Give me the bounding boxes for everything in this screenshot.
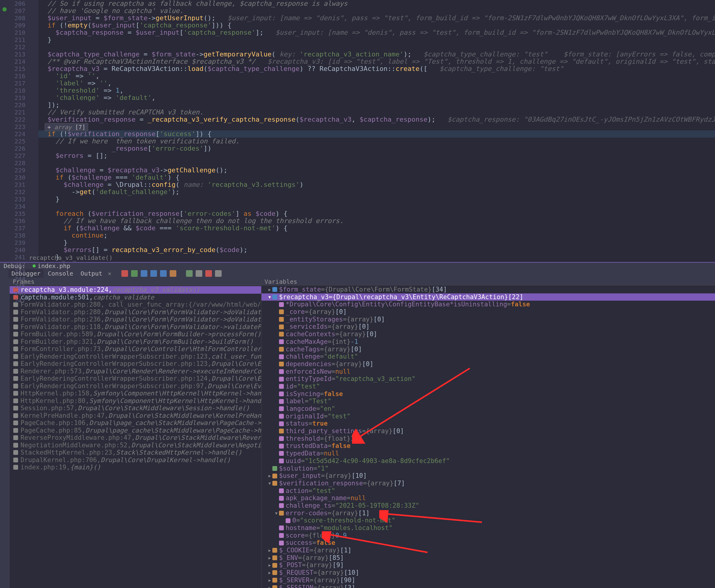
variable-row[interactable]: threshold = {float} 1.0 bbox=[262, 435, 715, 442]
stack-frame[interactable]: FormController.php:73, Drupal\Core\Contr… bbox=[10, 345, 261, 353]
variable-row[interactable]: third_party_settings = {array} [0] bbox=[262, 427, 715, 435]
stack-frame[interactable]: HttpKernel.php:158, Symfony\Component\Ht… bbox=[10, 390, 261, 397]
variable-row[interactable]: $solution = "1" bbox=[262, 465, 715, 472]
variable-row[interactable]: cacheContexts = {array} [0] bbox=[262, 331, 715, 338]
frames-list[interactable]: recaptcha_v3.module:224, recaptcha_v3_va… bbox=[10, 286, 261, 588]
stack-frame[interactable]: EarlyRenderingControllerWrapperSubscribe… bbox=[10, 382, 261, 390]
breakpoint-gutter[interactable] bbox=[0, 0, 10, 262]
code-body[interactable]: // So if using recaptcha as fallback cha… bbox=[38, 0, 715, 262]
stack-frame[interactable]: KernelPreHandle.php:47, Drupal\Core\Stac… bbox=[10, 412, 261, 420]
variable-row[interactable]: label = "Test" bbox=[262, 398, 715, 405]
tab-console[interactable]: Console bbox=[45, 269, 76, 278]
trace-icon[interactable] bbox=[205, 270, 212, 277]
show-execution-point-icon[interactable] bbox=[121, 270, 128, 277]
fold-gutter[interactable] bbox=[28, 0, 38, 262]
stack-frame[interactable]: index.php:19, {main}() bbox=[10, 464, 261, 471]
run-dot-icon bbox=[33, 265, 36, 268]
variable-row[interactable]: apk_package_name = null bbox=[262, 495, 715, 502]
variable-row[interactable]: challenge_ts = "2021-05-19T08:28:33Z" bbox=[262, 502, 715, 509]
variable-row[interactable]: entityTypeId = "recaptcha_v3_action" bbox=[262, 375, 715, 383]
value-popup[interactable]: + array [7] bbox=[45, 123, 88, 131]
stack-frame[interactable]: EarlyRenderingControllerWrapperSubscribe… bbox=[10, 360, 261, 368]
stack-frame[interactable]: HttpKernel.php:80, Symfony\Component\Htt… bbox=[10, 397, 261, 405]
variables-tree[interactable]: ▸$form_state = {Drupal\Core\Form\FormSta… bbox=[262, 286, 715, 588]
variable-row[interactable]: cacheMaxAge = {int} -1 bbox=[262, 338, 715, 345]
stack-frame[interactable]: FormValidator.php:280, Drupal\Core\Form\… bbox=[10, 309, 261, 316]
variable-row[interactable]: id = "test" bbox=[262, 383, 715, 390]
stack-frame[interactable]: FormValidator.php:236, Drupal\Core\Form\… bbox=[10, 316, 261, 323]
frames-pane: Frames recaptcha_v3.module:224, recaptch… bbox=[10, 278, 262, 588]
variable-row[interactable]: cacheTags = {array} [0] bbox=[262, 345, 715, 353]
step-into-my-icon[interactable] bbox=[150, 270, 157, 277]
debug-run-bar: Debug: index.php bbox=[0, 262, 715, 269]
variable-row[interactable]: dependencies = {array} [0] bbox=[262, 360, 715, 368]
variable-row[interactable]: trustedData = false bbox=[262, 442, 715, 450]
run-indicator bbox=[2, 7, 7, 12]
variable-row[interactable]: uuid = "1c5d5d42-4c90-4903-ae8a-8d9cfec2… bbox=[262, 457, 715, 465]
variable-row[interactable]: ▸$form_state = {Drupal\Core\Form\FormSta… bbox=[262, 286, 715, 293]
stack-frame[interactable]: PageCache.php:85, Drupal\page_cache\Stac… bbox=[10, 427, 261, 434]
variable-row[interactable]: hostname = "modules.localhost" bbox=[262, 524, 715, 532]
debug-side-toolbar[interactable] bbox=[0, 278, 10, 588]
variable-row[interactable]: action = "test" bbox=[262, 487, 715, 495]
variable-row[interactable]: ▾$verification_response = {array} [7] bbox=[262, 480, 715, 487]
debug-file[interactable]: index.php bbox=[37, 262, 70, 270]
variable-row[interactable]: ▸$user_input = {array} [10] bbox=[262, 472, 715, 480]
variable-row[interactable]: _serviceIds = {array} [0] bbox=[262, 323, 715, 331]
breadcrumb[interactable]: recaptcha_v3_validate() bbox=[29, 254, 113, 262]
variable-row[interactable]: _core = {array} [0] bbox=[262, 308, 715, 316]
debugger-toolbar: Debugger Console Output × bbox=[0, 269, 715, 278]
stack-frame[interactable]: DrupalKernel.php:706, Drupal\Core\Drupal… bbox=[10, 456, 261, 464]
variable-row[interactable]: ▾error-codes = {array} [1] bbox=[262, 509, 715, 517]
variables-pane: Variables ▸$form_state = {Drupal\Core\Fo… bbox=[262, 278, 715, 588]
tab-output[interactable]: Output bbox=[78, 269, 105, 278]
stack-frame[interactable]: EarlyRenderingControllerWrapperSubscribe… bbox=[10, 353, 261, 360]
step-over-icon[interactable] bbox=[131, 270, 138, 277]
variable-row[interactable]: ▸$_SESSION = {array} [3] bbox=[262, 584, 715, 588]
stack-frame[interactable]: EarlyRenderingControllerWrapperSubscribe… bbox=[10, 375, 261, 382]
stack-frame[interactable]: recaptcha_v3.module:224, recaptcha_v3_va… bbox=[10, 286, 261, 294]
variable-row[interactable]: challenge = "default" bbox=[262, 353, 715, 360]
stack-frame[interactable]: Renderer.php:573, Drupal\Core\Render\Ren… bbox=[10, 368, 261, 375]
variable-row[interactable]: langcode = "en" bbox=[262, 405, 715, 413]
line-number-gutter[interactable]: 2062072082092102112122132142152162172182… bbox=[10, 0, 28, 262]
variable-row[interactable]: ▸$_COOKIE = {array} [1] bbox=[262, 547, 715, 554]
variable-row[interactable]: ▸$_REQUEST = {array} [10] bbox=[262, 569, 715, 576]
settings-icon[interactable] bbox=[215, 270, 222, 277]
stack-frame[interactable]: FormValidator.php:280, call_user_func_ar… bbox=[10, 301, 261, 309]
run-to-cursor-icon[interactable] bbox=[186, 270, 192, 277]
variable-row[interactable]: score = {float} 0.9 bbox=[262, 532, 715, 540]
stack-frame[interactable]: Session.php:57, Drupal\Core\StackMiddlew… bbox=[10, 404, 261, 412]
variable-row[interactable]: isSyncing = false bbox=[262, 390, 715, 398]
stack-frame[interactable]: FormValidator.php:118, Drupal\Core\Form\… bbox=[10, 323, 261, 331]
close-output-icon[interactable]: × bbox=[107, 270, 113, 277]
variable-row[interactable]: ▾$recaptcha_v3 = {Drupal\recaptcha_v3\En… bbox=[262, 293, 715, 301]
variable-row[interactable]: ▸$_SERVER = {array} [90] bbox=[262, 576, 715, 584]
stack-frame[interactable]: StackedHttpKernel.php:23, Stack\StackedH… bbox=[10, 449, 261, 456]
variable-row[interactable]: _entityStorages = {array} [0] bbox=[262, 316, 715, 323]
variable-row[interactable]: enforceIsNew = null bbox=[262, 368, 715, 376]
stack-frame[interactable]: FormBuilder.php:589, Drupal\Core\Form\Fo… bbox=[10, 331, 261, 338]
variable-row[interactable]: success = false bbox=[262, 539, 715, 547]
variable-row[interactable]: status = true bbox=[262, 420, 715, 427]
force-step-icon[interactable] bbox=[160, 270, 167, 277]
variables-header: Variables bbox=[262, 278, 715, 286]
variable-row[interactable]: ▸$_POST = {array} [9] bbox=[262, 562, 715, 569]
variable-row[interactable]: *Drupal\Core\Config\Entity\ConfigEntityB… bbox=[262, 301, 715, 308]
stack-frame[interactable]: PageCache.php:106, Drupal\page_cache\Sta… bbox=[10, 419, 261, 427]
stack-frame[interactable]: NegotiationMiddleware.php:52, Drupal\Cor… bbox=[10, 442, 261, 449]
variable-row[interactable]: ▸$_ENV = {array} [85] bbox=[262, 554, 715, 562]
variable-row[interactable]: typedData = null bbox=[262, 450, 715, 457]
step-into-icon[interactable] bbox=[141, 270, 147, 277]
step-out-icon[interactable] bbox=[170, 270, 176, 277]
code-editor[interactable]: 2062072082092102112122132142152162172182… bbox=[0, 0, 715, 262]
frames-header: Frames bbox=[10, 278, 261, 286]
stack-frame[interactable]: captcha.module:501, captcha_validate bbox=[10, 294, 261, 301]
variable-row[interactable]: 0 = "score-threshold-not-met" bbox=[262, 517, 715, 524]
evaluate-expression-icon[interactable] bbox=[196, 270, 202, 277]
stack-frame[interactable]: ReverseProxyMiddleware.php:47, Drupal\Co… bbox=[10, 434, 261, 442]
variable-row[interactable]: originalId = "test" bbox=[262, 413, 715, 420]
stack-frame[interactable]: FormBuilder.php:321, Drupal\Core\Form\Fo… bbox=[10, 338, 261, 345]
